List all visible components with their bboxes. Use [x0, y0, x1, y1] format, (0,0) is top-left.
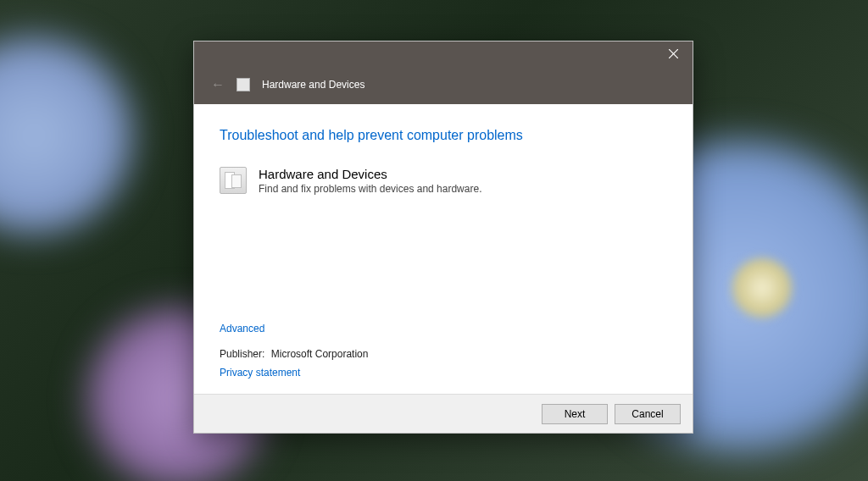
close-button[interactable]: [657, 43, 689, 64]
close-icon: [669, 49, 678, 58]
dialog-content: Troubleshoot and help prevent computer p…: [194, 104, 693, 394]
dialog-header: ← Hardware and Devices: [194, 65, 693, 104]
publisher-label: Publisher:: [220, 348, 264, 360]
titlebar: [194, 41, 693, 65]
troubleshooter-icon: [236, 78, 250, 91]
publisher-value: Microsoft Corporation: [271, 348, 369, 360]
troubleshooter-item: Hardware and Devices Find and fix proble…: [220, 167, 667, 195]
publisher-info: Publisher: Microsoft Corporation: [220, 348, 667, 360]
back-arrow-icon: ←: [211, 77, 225, 92]
privacy-statement-link[interactable]: Privacy statement: [220, 367, 300, 379]
hardware-icon: [220, 167, 247, 194]
dialog-footer: Next Cancel: [194, 394, 693, 433]
cancel-button[interactable]: Cancel: [615, 404, 681, 424]
item-text: Hardware and Devices Find and fix proble…: [259, 167, 481, 195]
advanced-link[interactable]: Advanced: [220, 323, 264, 334]
troubleshooter-dialog: ← Hardware and Devices Troubleshoot and …: [193, 41, 693, 434]
page-heading: Troubleshoot and help prevent computer p…: [220, 128, 667, 143]
item-description: Find and fix problems with devices and h…: [259, 183, 481, 195]
dialog-title: Hardware and Devices: [262, 79, 364, 91]
next-button[interactable]: Next: [542, 404, 608, 424]
item-title: Hardware and Devices: [259, 167, 481, 181]
